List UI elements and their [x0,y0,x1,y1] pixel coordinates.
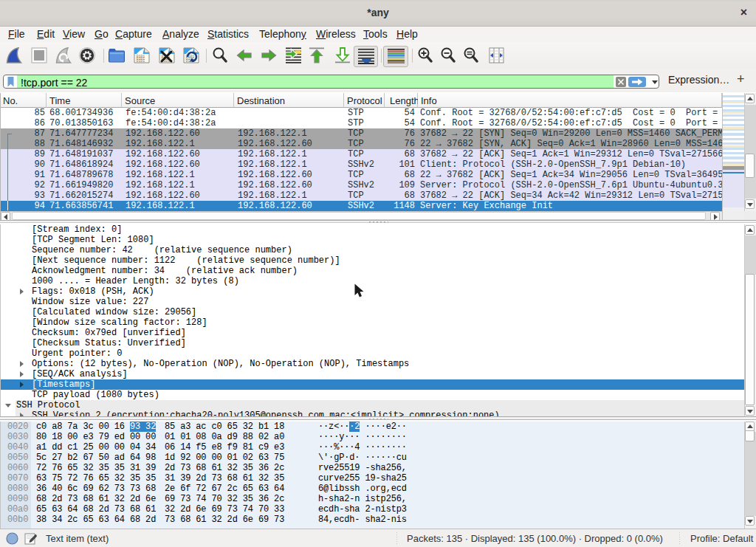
svg-text:0101: 0101 [137,59,145,63]
